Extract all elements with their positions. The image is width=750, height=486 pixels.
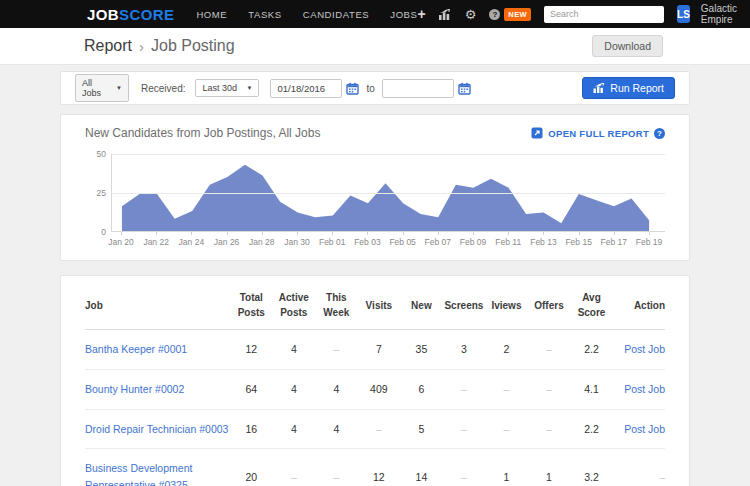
- x-axis-tick: [508, 232, 509, 235]
- table-header-row: JobTotal PostsActive PostsThis WeekVisit…: [85, 280, 665, 330]
- nav-item-candidates[interactable]: CANDIDATES: [303, 9, 370, 20]
- date-to-input[interactable]: [382, 79, 454, 98]
- help-icon[interactable]: ?: [489, 9, 500, 20]
- x-axis-label: Feb 05: [389, 237, 415, 247]
- nav-item-jobs[interactable]: JOBS: [390, 9, 417, 20]
- y-axis-label: 25: [86, 188, 106, 198]
- run-report-chart-icon: [593, 83, 605, 93]
- download-button[interactable]: Download: [592, 35, 663, 57]
- nav-item-home[interactable]: HOME: [196, 9, 227, 20]
- column-header-this-week: This Week: [315, 280, 358, 330]
- empty-value-dash: –: [504, 383, 510, 395]
- chevron-down-icon: ▼: [116, 85, 122, 91]
- x-axis-label: Feb 13: [530, 237, 556, 247]
- calendar-icon[interactable]: [346, 82, 359, 95]
- account-name[interactable]: Galactic Empire: [701, 3, 742, 25]
- received-label: Received:: [141, 83, 185, 94]
- reports-chart-icon[interactable]: [439, 9, 452, 20]
- open-full-report-link[interactable]: OPEN FULL REPORT ?: [531, 127, 665, 139]
- x-axis-label: Jan 30: [284, 237, 310, 247]
- user-avatar[interactable]: LS: [677, 5, 690, 23]
- cell-value: 4: [273, 369, 316, 409]
- cell-value: 4: [273, 330, 316, 370]
- x-axis-label: Feb 11: [495, 237, 521, 247]
- help-group: ? NEW: [489, 8, 531, 21]
- x-axis-label: Feb 01: [319, 237, 345, 247]
- cell-value: 20: [230, 449, 273, 486]
- x-axis-tick: [543, 232, 544, 235]
- cell-value: 4: [315, 409, 358, 449]
- column-header-total-posts: Total Posts: [230, 280, 273, 330]
- cell-value: 64: [230, 369, 273, 409]
- x-axis-tick: [297, 232, 298, 235]
- x-axis-tick: [156, 232, 157, 235]
- x-axis-label: Jan 26: [214, 237, 240, 247]
- nav-item-tasks[interactable]: TASKS: [248, 9, 281, 20]
- table-row: Bounty Hunter #000264444096–––4.1Post Jo…: [85, 369, 665, 409]
- y-axis-label: 50: [86, 149, 106, 159]
- date-from-input[interactable]: [270, 79, 342, 98]
- post-job-link[interactable]: Post Job: [624, 383, 665, 395]
- open-full-report-label: OPEN FULL REPORT: [548, 128, 649, 139]
- cell-value: 12: [358, 449, 401, 486]
- x-axis-label: Jan 28: [249, 237, 275, 247]
- breadcrumb-separator-icon: ›: [139, 38, 144, 55]
- x-axis-tick: [473, 232, 474, 235]
- add-icon[interactable]: +: [418, 7, 426, 21]
- cell-value: 409: [358, 369, 401, 409]
- job-posting-table: JobTotal PostsActive PostsThis WeekVisit…: [85, 280, 665, 486]
- nav-menu: HOME TASKS CANDIDATES JOBS: [196, 9, 417, 20]
- job-link[interactable]: Business Development Representative #032…: [85, 462, 192, 486]
- x-axis-tick: [579, 232, 580, 235]
- chart-card: New Candidates from Job Postings, All Jo…: [60, 114, 690, 261]
- calendar-icon[interactable]: [458, 82, 471, 95]
- x-axis-tick: [191, 232, 192, 235]
- x-axis-tick: [332, 232, 333, 235]
- x-axis-labels: Jan 20Jan 22Jan 24Jan 26Jan 28Jan 30Feb …: [111, 232, 665, 248]
- search-input[interactable]: [544, 6, 664, 23]
- gridline: [112, 154, 665, 155]
- x-axis-label: Jan 22: [143, 237, 169, 247]
- chart-help-icon[interactable]: ?: [654, 128, 665, 139]
- x-axis-label: Feb 07: [425, 237, 451, 247]
- x-axis-tick: [649, 232, 650, 235]
- x-axis-label: Feb 17: [601, 237, 627, 247]
- column-header-active-posts: Active Posts: [273, 280, 316, 330]
- job-link[interactable]: Bounty Hunter #0002: [85, 383, 184, 395]
- run-report-label: Run Report: [610, 82, 664, 94]
- post-job-link[interactable]: Post Job: [624, 343, 665, 355]
- job-filter-select[interactable]: All Jobs ▼: [75, 74, 129, 102]
- chart-title: New Candidates from Job Postings, All Jo…: [85, 126, 320, 140]
- content-area: All Jobs ▼ Received: Last 30d ▼ to Run R…: [0, 65, 750, 486]
- cell-value: 35: [400, 330, 443, 370]
- table-row: Droid Repair Technician #00031644–5–––2.…: [85, 409, 665, 449]
- run-report-button[interactable]: Run Report: [582, 77, 675, 99]
- post-job-link[interactable]: Post Job: [624, 423, 665, 435]
- jobscore-logo[interactable]: JOBSCORE: [87, 6, 174, 23]
- external-link-icon: [531, 127, 543, 139]
- logo-job: JOB: [87, 6, 119, 23]
- new-badge: NEW: [504, 8, 531, 21]
- settings-gear-icon[interactable]: ⚙: [465, 8, 477, 21]
- table-body: Bantha Keeper #0001124–73532–2.2Post Job…: [85, 330, 665, 486]
- chart-region: 02550 Jan 20Jan 22Jan 24Jan 26Jan 28Jan …: [85, 154, 665, 248]
- empty-value-dash: –: [461, 423, 467, 435]
- job-link[interactable]: Bantha Keeper #0001: [85, 343, 187, 355]
- date-range-value: Last 30d: [202, 83, 237, 93]
- column-header-action: Action: [613, 280, 665, 330]
- x-axis-label: Feb 19: [636, 237, 662, 247]
- x-axis-tick: [227, 232, 228, 235]
- cell-value: 3.2: [570, 449, 613, 486]
- x-axis-tick: [403, 232, 404, 235]
- table-row: Business Development Representative #032…: [85, 449, 665, 486]
- empty-value-dash: –: [291, 471, 297, 483]
- job-link[interactable]: Droid Repair Technician #0003: [85, 423, 228, 435]
- empty-value-dash: –: [461, 383, 467, 395]
- cell-value: 4.1: [570, 369, 613, 409]
- area-series-polygon: [122, 165, 649, 231]
- breadcrumb-report[interactable]: Report: [84, 37, 132, 55]
- date-range-select[interactable]: Last 30d ▼: [195, 79, 259, 97]
- x-axis-tick: [438, 232, 439, 235]
- report-table-card: JobTotal PostsActive PostsThis WeekVisit…: [60, 275, 690, 486]
- empty-value-dash: –: [461, 471, 467, 483]
